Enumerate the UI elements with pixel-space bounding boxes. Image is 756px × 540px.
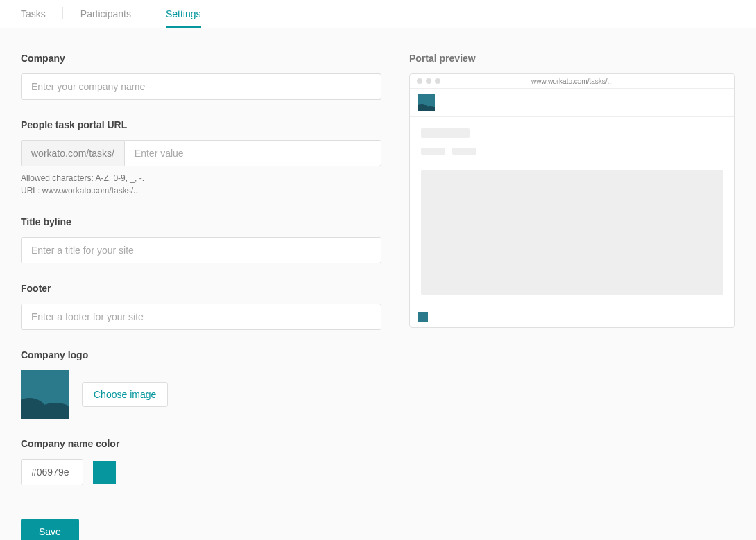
portal-url-group: workato.com/tasks/ [21, 140, 381, 166]
field-title-byline: Title byline [21, 216, 381, 263]
field-company: Company [21, 53, 381, 100]
portal-url-help-line1: Allowed characters: A-Z, 0-9, _, -. [21, 172, 381, 184]
preview-logo-icon [418, 94, 435, 111]
field-company-logo: Company logo Choose image [21, 349, 381, 419]
preview-frame: www.workato.com/tasks/... [409, 73, 735, 328]
skeleton-sub [421, 148, 445, 155]
preview-footer-logo-icon [418, 312, 428, 322]
company-color-input[interactable] [21, 459, 83, 485]
preview-label: Portal preview [409, 53, 735, 64]
portal-url-label: People task portal URL [21, 119, 381, 130]
preview-header [410, 89, 734, 117]
skeleton-block [421, 170, 723, 295]
preview-body [410, 117, 734, 306]
tabs-bar: Tasks Participants Settings [0, 0, 756, 28]
content-area: Company People task portal URL workato.c… [0, 28, 756, 540]
skeleton-title [421, 128, 470, 138]
browser-dot-icon [417, 78, 422, 84]
company-logo-label: Company logo [21, 349, 381, 360]
footer-input[interactable] [21, 304, 381, 330]
preview-url: www.workato.com/tasks/... [410, 78, 734, 85]
logo-row: Choose image [21, 370, 381, 419]
field-footer: Footer [21, 283, 381, 330]
footer-label: Footer [21, 283, 381, 294]
settings-form: Company People task portal URL workato.c… [21, 53, 381, 540]
choose-image-button[interactable]: Choose image [82, 382, 168, 407]
company-logo-image [21, 370, 69, 419]
preview-column: Portal preview www.workato.com/tasks/... [409, 53, 735, 540]
color-swatch[interactable] [93, 461, 116, 484]
tab-tasks[interactable]: Tasks [21, 0, 46, 28]
title-byline-label: Title byline [21, 216, 381, 227]
save-button[interactable]: Save [21, 519, 79, 540]
portal-url-help-line2: URL: www.workato.com/tasks/... [21, 184, 381, 197]
browser-dot-icon [435, 78, 440, 84]
browser-dot-icon [426, 78, 431, 84]
preview-browser-bar: www.workato.com/tasks/... [410, 74, 734, 89]
skeleton-sub [452, 148, 476, 155]
portal-url-prefix: workato.com/tasks/ [21, 140, 124, 166]
title-byline-input[interactable] [21, 237, 381, 263]
portal-url-input[interactable] [124, 140, 381, 166]
color-row [21, 459, 381, 485]
company-color-label: Company name color [21, 438, 381, 449]
field-portal-url: People task portal URL workato.com/tasks… [21, 119, 381, 197]
portal-url-help: Allowed characters: A-Z, 0-9, _, -. URL:… [21, 172, 381, 197]
company-input[interactable] [21, 73, 381, 100]
company-label: Company [21, 53, 381, 64]
field-company-color: Company name color [21, 438, 381, 485]
browser-dots [417, 78, 440, 84]
tab-settings[interactable]: Settings [166, 0, 201, 28]
skeleton-sub-row [421, 148, 723, 155]
tab-participants[interactable]: Participants [80, 0, 131, 28]
preview-footer [410, 306, 734, 327]
